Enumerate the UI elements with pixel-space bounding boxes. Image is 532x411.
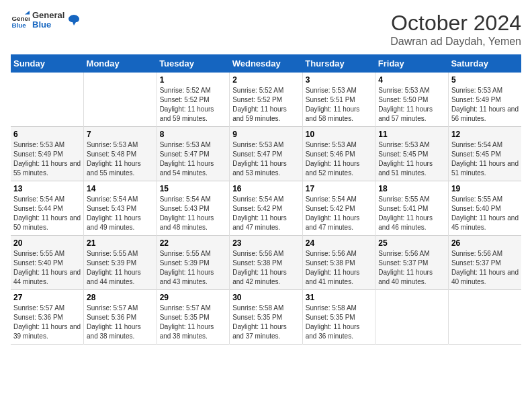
weekday-header-friday: Friday (375, 54, 449, 73)
calendar-week-row: 13Sunrise: 5:54 AMSunset: 5:44 PMDayligh… (11, 181, 521, 236)
day-info: Sunrise: 5:56 AMSunset: 5:38 PMDaylight:… (232, 249, 300, 287)
day-info: Sunrise: 5:53 AMSunset: 5:50 PMDaylight:… (378, 86, 445, 124)
calendar-cell: 26Sunrise: 5:56 AMSunset: 5:37 PMDayligh… (448, 236, 521, 290)
calendar-cell (11, 73, 84, 127)
day-info: Sunrise: 5:53 AMSunset: 5:48 PMDaylight:… (87, 140, 154, 178)
calendar-table: SundayMondayTuesdayWednesdayThursdayFrid… (11, 54, 521, 345)
day-info: Sunrise: 5:55 AMSunset: 5:39 PMDaylight:… (87, 249, 154, 287)
header: General Blue General Blue October 2024 D… (11, 11, 521, 48)
day-info: Sunrise: 5:54 AMSunset: 5:42 PMDaylight:… (306, 195, 373, 232)
calendar-cell: 14Sunrise: 5:54 AMSunset: 5:43 PMDayligh… (84, 181, 157, 236)
day-number: 17 (306, 184, 373, 193)
calendar-cell: 31Sunrise: 5:58 AMSunset: 5:35 PMDayligh… (302, 290, 375, 345)
calendar-cell: 6Sunrise: 5:53 AMSunset: 5:49 PMDaylight… (11, 127, 84, 181)
day-info: Sunrise: 5:55 AMSunset: 5:40 PMDaylight:… (13, 249, 81, 287)
day-number: 29 (160, 293, 227, 302)
calendar-cell: 18Sunrise: 5:55 AMSunset: 5:41 PMDayligh… (375, 181, 449, 236)
day-info: Sunrise: 5:56 AMSunset: 5:37 PMDaylight:… (451, 249, 519, 287)
day-number: 19 (451, 184, 519, 193)
day-info: Sunrise: 5:56 AMSunset: 5:37 PMDaylight:… (378, 249, 445, 287)
weekday-header-wednesday: Wednesday (230, 54, 303, 73)
day-info: Sunrise: 5:55 AMSunset: 5:39 PMDaylight:… (160, 249, 227, 287)
svg-text:Blue: Blue (11, 21, 26, 29)
day-info: Sunrise: 5:53 AMSunset: 5:46 PMDaylight:… (306, 140, 373, 178)
day-info: Sunrise: 5:54 AMSunset: 5:44 PMDaylight:… (13, 195, 81, 232)
calendar-cell (84, 73, 157, 127)
day-info: Sunrise: 5:54 AMSunset: 5:43 PMDaylight:… (87, 195, 154, 232)
weekday-header-thursday: Thursday (302, 54, 375, 73)
calendar-cell: 30Sunrise: 5:58 AMSunset: 5:35 PMDayligh… (230, 290, 303, 345)
day-info: Sunrise: 5:54 AMSunset: 5:43 PMDaylight:… (160, 195, 227, 232)
day-number: 28 (87, 293, 154, 302)
calendar-cell: 25Sunrise: 5:56 AMSunset: 5:37 PMDayligh… (375, 236, 449, 290)
day-number: 1 (160, 75, 227, 85)
day-info: Sunrise: 5:53 AMSunset: 5:49 PMDaylight:… (13, 140, 81, 178)
day-number: 27 (13, 293, 81, 302)
calendar-cell: 16Sunrise: 5:54 AMSunset: 5:42 PMDayligh… (230, 181, 303, 236)
day-info: Sunrise: 5:56 AMSunset: 5:38 PMDaylight:… (306, 249, 373, 287)
calendar-cell: 11Sunrise: 5:53 AMSunset: 5:45 PMDayligh… (375, 127, 449, 181)
calendar-cell: 19Sunrise: 5:55 AMSunset: 5:40 PMDayligh… (448, 181, 521, 236)
day-info: Sunrise: 5:53 AMSunset: 5:45 PMDaylight:… (378, 140, 445, 178)
day-number: 5 (451, 75, 519, 85)
calendar-week-row: 27Sunrise: 5:57 AMSunset: 5:36 PMDayligh… (11, 290, 521, 345)
day-number: 10 (306, 130, 373, 139)
calendar-cell: 4Sunrise: 5:53 AMSunset: 5:50 PMDaylight… (375, 73, 449, 127)
day-number: 7 (87, 130, 154, 139)
svg-marker-2 (25, 11, 30, 15)
calendar-cell: 20Sunrise: 5:55 AMSunset: 5:40 PMDayligh… (11, 236, 84, 290)
day-number: 23 (232, 238, 300, 248)
calendar-cell: 1Sunrise: 5:52 AMSunset: 5:52 PMDaylight… (157, 73, 230, 127)
weekday-header-tuesday: Tuesday (157, 54, 230, 73)
day-info: Sunrise: 5:58 AMSunset: 5:35 PMDaylight:… (306, 304, 373, 341)
logo-icon: General Blue (11, 11, 30, 30)
calendar-cell (375, 290, 449, 345)
logo-bird-icon (67, 13, 81, 27)
calendar-week-row: 6Sunrise: 5:53 AMSunset: 5:49 PMDaylight… (11, 127, 521, 181)
day-number: 2 (232, 75, 300, 85)
day-number: 25 (378, 238, 445, 248)
calendar-cell: 13Sunrise: 5:54 AMSunset: 5:44 PMDayligh… (11, 181, 84, 236)
day-number: 16 (232, 184, 300, 193)
weekday-header-monday: Monday (84, 54, 157, 73)
day-number: 21 (87, 238, 154, 248)
day-info: Sunrise: 5:57 AMSunset: 5:36 PMDaylight:… (13, 304, 81, 341)
calendar-cell: 24Sunrise: 5:56 AMSunset: 5:38 PMDayligh… (302, 236, 375, 290)
day-info: Sunrise: 5:55 AMSunset: 5:41 PMDaylight:… (378, 195, 445, 232)
day-number: 11 (378, 130, 445, 139)
day-number: 22 (160, 238, 227, 248)
day-number: 9 (232, 130, 300, 139)
calendar-cell: 5Sunrise: 5:53 AMSunset: 5:49 PMDaylight… (448, 73, 521, 127)
calendar-cell: 23Sunrise: 5:56 AMSunset: 5:38 PMDayligh… (230, 236, 303, 290)
day-number: 12 (451, 130, 519, 139)
weekday-header-sunday: Sunday (11, 54, 84, 73)
day-number: 30 (232, 293, 300, 302)
calendar-cell: 28Sunrise: 5:57 AMSunset: 5:36 PMDayligh… (84, 290, 157, 345)
day-number: 8 (160, 130, 227, 139)
day-number: 15 (160, 184, 227, 193)
logo: General Blue General Blue (11, 11, 81, 30)
day-number: 20 (13, 238, 81, 248)
day-info: Sunrise: 5:55 AMSunset: 5:40 PMDaylight:… (451, 195, 519, 232)
calendar-cell: 12Sunrise: 5:54 AMSunset: 5:45 PMDayligh… (448, 127, 521, 181)
calendar-cell (448, 290, 521, 345)
page-subtitle: Dawran ad Daydah, Yemen (390, 36, 521, 48)
day-number: 18 (378, 184, 445, 193)
day-info: Sunrise: 5:53 AMSunset: 5:51 PMDaylight:… (306, 86, 373, 124)
page-title: October 2024 (390, 11, 521, 36)
calendar-cell: 15Sunrise: 5:54 AMSunset: 5:43 PMDayligh… (157, 181, 230, 236)
day-number: 4 (378, 75, 445, 85)
day-info: Sunrise: 5:53 AMSunset: 5:49 PMDaylight:… (451, 86, 519, 124)
logo-general: General (32, 11, 64, 20)
calendar-cell: 27Sunrise: 5:57 AMSunset: 5:36 PMDayligh… (11, 290, 84, 345)
calendar-cell: 2Sunrise: 5:52 AMSunset: 5:52 PMDaylight… (230, 73, 303, 127)
title-section: October 2024 Dawran ad Daydah, Yemen (390, 11, 521, 48)
calendar-cell: 17Sunrise: 5:54 AMSunset: 5:42 PMDayligh… (302, 181, 375, 236)
day-info: Sunrise: 5:57 AMSunset: 5:36 PMDaylight:… (87, 304, 154, 341)
day-info: Sunrise: 5:58 AMSunset: 5:35 PMDaylight:… (232, 304, 300, 341)
calendar-cell: 9Sunrise: 5:53 AMSunset: 5:47 PMDaylight… (230, 127, 303, 181)
day-info: Sunrise: 5:54 AMSunset: 5:45 PMDaylight:… (451, 140, 519, 178)
calendar-week-row: 1Sunrise: 5:52 AMSunset: 5:52 PMDaylight… (11, 73, 521, 127)
day-number: 26 (451, 238, 519, 248)
calendar-cell: 8Sunrise: 5:53 AMSunset: 5:47 PMDaylight… (157, 127, 230, 181)
